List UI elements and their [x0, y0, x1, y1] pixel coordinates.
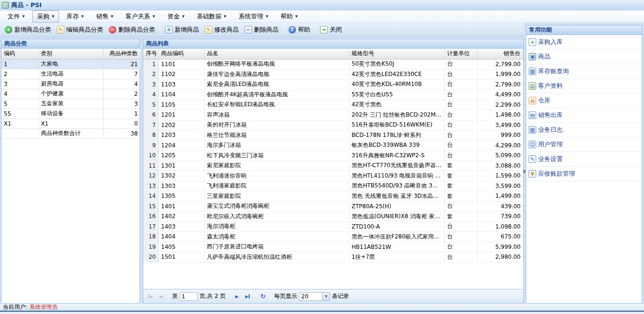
table-cell: 4,499.00: [477, 90, 523, 100]
category-row[interactable]: 1大家电21: [1, 59, 140, 69]
column-header-product-code[interactable]: 商品编码: [158, 49, 204, 59]
shortcut-warehouse[interactable]: ⌂仓库: [526, 93, 642, 108]
prev-page-button[interactable]: ◀: [157, 292, 165, 301]
add-product-icon: +: [165, 26, 173, 34]
product-row[interactable]: 121302飞利浦迷你音响黑色HTL4110/93 电视音箱音响 ...套1,5…: [143, 171, 523, 181]
category-row[interactable]: 5五金家装3: [1, 99, 140, 109]
table-cell: 欧尼尔嵌入式消毒碗柜: [204, 212, 349, 222]
product-row[interactable]: 161402欧尼尔嵌入式消毒碗柜黑色低温(OUNIER)X8 消毒柜 家...套…: [143, 212, 523, 222]
menu-purchase[interactable]: 采购▼: [32, 10, 59, 23]
page-number-input[interactable]: [180, 292, 198, 301]
table-cell: 1102: [158, 69, 204, 80]
table-cell: 黑色 无线重低音炮 蓝牙 3D水晶...: [349, 191, 444, 202]
per-page-select[interactable]: 20 ▼: [299, 292, 330, 301]
product-row[interactable]: 101205松下风冷变频三门冰箱316升典雅银NR-C32WP2-S台5,099…: [143, 151, 523, 161]
product-row[interactable]: 201501凡萨帝高端风冷压缩机恒温红酒柜1挂+7层台2,980.00: [143, 252, 523, 263]
product-row[interactable]: 71202美的对开门冰箱516升泰坦银BCD-516WKM(E)台3,499.0…: [143, 120, 523, 130]
menu-inventory[interactable]: 库存▼: [62, 10, 88, 23]
shortcut-user-management[interactable]: ☺用户管理: [526, 137, 642, 152]
category-row[interactable]: 55移动设备1: [1, 109, 140, 119]
table-cell: 黑色HTL4110/93 电视音箱音响 ...: [349, 171, 444, 181]
shortcut-receivable[interactable]: ¥应收账款管理: [526, 167, 642, 181]
product-row[interactable]: 141305三星家庭影院黑色 无线重低音炮 蓝牙 3D水晶...套1,499.0…: [143, 191, 523, 202]
receivable-icon: ¥: [529, 170, 536, 178]
product-row[interactable]: 111301索尼家庭影院黑色HT-CT770无线重低音扬声器...套3,088.…: [143, 161, 523, 171]
table-cell: 202升 三门 拉丝银色BCD-202M/...: [349, 110, 444, 120]
product-row[interactable]: 131303飞利浦家庭影院黑色HTB5540D/93 晶晰音效 3D...套3,…: [143, 181, 523, 191]
menu-file[interactable]: 文件▼: [3, 10, 29, 23]
column-header-spec[interactable]: 规格型号: [349, 49, 444, 59]
table-cell: 4: [143, 90, 158, 100]
shortcut-business-settings[interactable]: ✎业务设置: [526, 152, 642, 167]
product-row[interactable]: 31103索尼全高清LED液晶电视40英寸黑色KDL-40RM10B台2,799…: [143, 79, 523, 90]
table-cell: 台: [444, 100, 477, 110]
product-row[interactable]: 51105长虹安卓智能LED液晶电视42英寸黑色台2,299.00: [143, 100, 523, 110]
chevron-down-icon: ▼: [153, 15, 155, 18]
table-cell: 7: [103, 69, 140, 79]
refresh-icon[interactable]: ↻: [259, 292, 267, 301]
menu-system-admin[interactable]: 系统管理▼: [234, 10, 273, 23]
category-row[interactable]: 2生活电器7: [1, 69, 140, 79]
product-row[interactable]: 11101创维酷开网络平板液晶电视50英寸黑色K50J台2,799.00: [143, 59, 523, 69]
menu-base-data[interactable]: 基础数据▼: [192, 10, 231, 23]
table-cell: 1,999.00: [477, 69, 523, 80]
category-row[interactable]: X1X10: [1, 119, 140, 128]
modify-product-button[interactable]: ✎修改商品: [202, 24, 242, 35]
edit-category-button[interactable]: ✎编辑商品分类: [54, 24, 106, 35]
category-row[interactable]: 4个护健康2: [1, 89, 140, 99]
shortcut-customer-info[interactable]: ☺客户资料: [526, 79, 642, 93]
help-button[interactable]: ?帮助: [286, 24, 313, 35]
table-cell: 3: [1, 79, 38, 89]
column-header-seq[interactable]: 序号: [143, 49, 158, 59]
table-cell: 黑色HT-CT770无线重低音扬声器...: [349, 161, 444, 171]
chevron-down-icon[interactable]: ▼: [322, 293, 330, 300]
shortcut-product[interactable]: ▣商品: [526, 50, 642, 64]
column-header-price[interactable]: 销售价: [477, 49, 523, 59]
product-row[interactable]: 81203格兰仕节能冰箱BCD-178N 178L珍·鲜系列台999.00: [143, 130, 523, 141]
help-button-label: 帮助: [298, 25, 310, 34]
product-row[interactable]: 41104创维酷开4K超高清平板液晶电视55英寸白色U55台4,499.00: [143, 90, 523, 100]
product-row[interactable]: 21102康佳窄边全高清液晶电视42英寸黑色LED42E330CE台1,999.…: [143, 69, 523, 80]
column-header-category[interactable]: 类别: [38, 49, 103, 59]
column-header-unit[interactable]: 计量单位: [444, 49, 477, 59]
shortcut-sales-outbound[interactable]: ▤销售出库: [526, 108, 642, 123]
product-row[interactable]: 181404森太消毒柜黑色一体冲压款F280嵌入式家用...台675.00: [143, 232, 523, 242]
table-cell: 商品种类数合计: [38, 128, 103, 138]
menu-file-label: 文件: [8, 12, 20, 21]
close-icon: →: [320, 26, 328, 34]
column-header-code[interactable]: 编码: [1, 49, 38, 59]
product-row[interactable]: 171403海尔消毒柜ZTD100-A台1,098.00: [143, 221, 523, 232]
last-page-button[interactable]: ▶: [243, 292, 252, 301]
shortcut-purchase-inbound[interactable]: +采购入库: [526, 35, 642, 50]
menu-funds[interactable]: 资金▼: [163, 10, 189, 23]
menu-help[interactable]: 帮助▼: [276, 10, 302, 23]
shortcut-business-log[interactable]: ▦业务日志: [526, 123, 642, 137]
product-row[interactable]: 151401康宝立式消毒柜消毒碗柜ZTP80A-25(H)台439.00: [143, 201, 523, 212]
delete-category-button[interactable]: −删除商品分类: [106, 24, 158, 35]
product-row[interactable]: 91204海尔多门冰箱银灰色BCD-339WBA 339台4,299.00: [143, 140, 523, 151]
menu-sales[interactable]: 销售▼: [91, 10, 118, 23]
shortcut-panel-title: 常用功能: [526, 25, 642, 35]
product-row[interactable]: 191405西门子原装进口电烤箱HB11AB521W台5,999.00: [143, 242, 523, 252]
menu-customer-relations[interactable]: 客户关系▼: [121, 10, 160, 23]
add-product-button[interactable]: +新增商品: [162, 24, 202, 35]
column-header-count[interactable]: 商品种类数: [103, 49, 140, 59]
application-window: 商品 - PSI 文件▼采购▼库存▼销售▼客户关系▼资金▼基础数据▼系统管理▼帮…: [0, 0, 644, 314]
table-cell: 55: [1, 109, 38, 119]
table-cell: 10: [143, 151, 158, 161]
table-cell: 5: [143, 100, 158, 110]
shortcut-inventory-query[interactable]: ▦库存账查询: [526, 64, 642, 79]
next-page-button[interactable]: ▶: [233, 292, 241, 301]
add-category-button[interactable]: +新增商品分类: [2, 24, 54, 35]
close-button[interactable]: →关闭: [317, 24, 345, 35]
table-cell: 1101: [158, 59, 204, 69]
table-cell: 西门子原装进口电烤箱: [204, 242, 349, 252]
first-page-button[interactable]: ◀: [146, 292, 155, 301]
product-row[interactable]: 61201容声冰箱202升 三门 拉丝银色BCD-202M/...台1,498.…: [143, 110, 523, 120]
column-header-product-name[interactable]: 品名: [204, 49, 349, 59]
window-title: 商品 - PSI: [11, 1, 42, 9]
delete-product-button[interactable]: −删除商品: [242, 24, 281, 35]
menu-customer-relations-label: 客户关系: [126, 12, 150, 21]
table-cell: 42英寸黑色LED42E330CE: [349, 69, 444, 80]
category-row[interactable]: 3厨房电器4: [1, 79, 140, 89]
